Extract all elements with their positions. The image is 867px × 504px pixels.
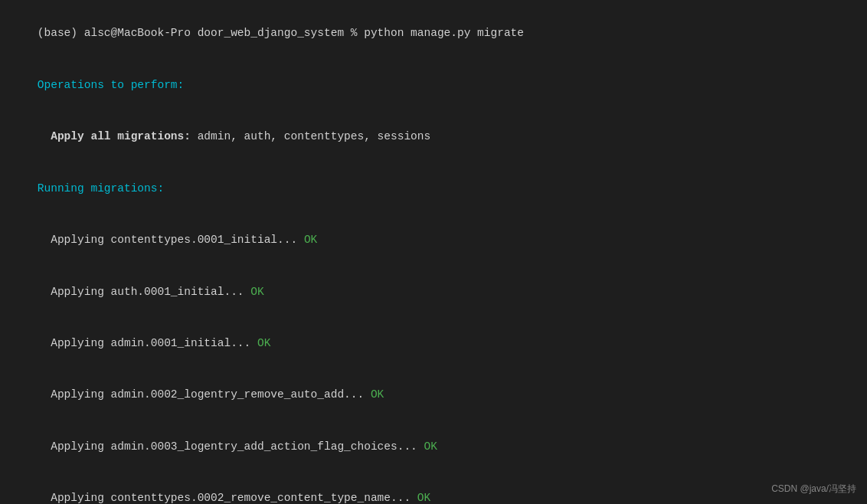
migration-text-1: Applying contenttypes.0001_initial... [38, 234, 304, 246]
migration-line-5: Applying admin.0003_logentry_add_action_… [11, 421, 856, 472]
command-line: (base) alsc@MacBook-Pro door_web_django_… [11, 8, 856, 59]
terminal-window: (base) alsc@MacBook-Pro door_web_django_… [0, 0, 867, 504]
operations-header-text: Operations to perform: [38, 79, 184, 91]
migration-text-3: Applying admin.0001_initial... [38, 337, 257, 349]
watermark: CSDN @java/冯坚持 [771, 482, 856, 496]
migration-text-4: Applying admin.0002_logentry_remove_auto… [38, 388, 371, 401]
migration-text-6: Applying contenttypes.0002_remove_conten… [38, 492, 417, 504]
migration-ok-5: OK [424, 440, 437, 453]
apply-indent [38, 130, 51, 142]
running-migrations-text: Running migrations: [38, 182, 164, 195]
migration-ok-4: OK [371, 388, 384, 401]
migration-ok-2: OK [250, 286, 263, 298]
migration-line-2: Applying auth.0001_initial... OK [11, 266, 856, 317]
migration-line-4: Applying admin.0002_logentry_remove_auto… [11, 369, 856, 421]
migration-line-6: Applying contenttypes.0002_remove_conten… [11, 473, 856, 504]
operations-header-line: Operations to perform: [11, 59, 856, 110]
migration-line-1: Applying contenttypes.0001_initial... OK [11, 214, 856, 266]
apply-all-value: admin, auth, contenttypes, sessions [191, 130, 430, 142]
migration-line-3: Applying admin.0001_initial... OK [11, 317, 856, 368]
migration-ok-1: OK [304, 234, 317, 246]
apply-all-label: Apply all migrations: [51, 130, 191, 142]
migration-text-5: Applying admin.0003_logentry_add_action_… [38, 440, 424, 453]
apply-all-line: Apply all migrations: admin, auth, conte… [11, 111, 856, 162]
command-text: (base) alsc@MacBook-Pro door_web_django_… [38, 27, 524, 39]
watermark-text: CSDN @java/冯坚持 [771, 483, 856, 494]
running-migrations-line: Running migrations: [11, 162, 856, 214]
migration-ok-6: OK [417, 492, 430, 504]
migration-text-2: Applying auth.0001_initial... [38, 286, 250, 298]
migration-ok-3: OK [257, 337, 270, 349]
